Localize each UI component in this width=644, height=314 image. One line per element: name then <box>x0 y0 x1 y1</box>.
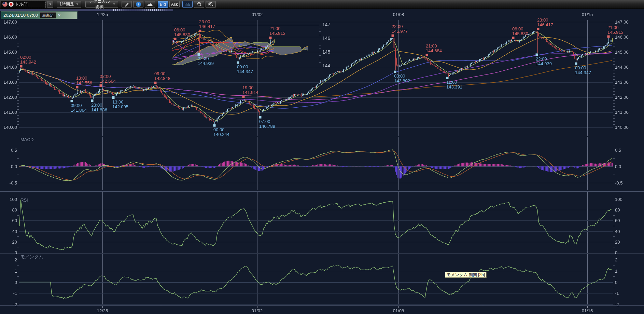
momentum-tooltip: モメンタム 期間 [25] <box>445 272 487 278</box>
us-flag-icon <box>2 2 8 7</box>
timeline-label-top: 01/08 <box>393 12 404 17</box>
chart-style-button[interactable] <box>145 1 155 8</box>
tick-chart-icon <box>184 2 191 6</box>
chart-canvas[interactable] <box>0 0 644 314</box>
toolbar: ドル/円 ▼ 1時間足 ▼ テクニカル選択 ▼ i Bid Ask <box>0 0 644 9</box>
chevron-down-icon: ▼ <box>76 3 79 6</box>
info-icon: i <box>136 2 141 7</box>
tick-chart-button[interactable] <box>182 1 193 8</box>
tab-datetime-label: 2024/01/10 07:00 <box>3 13 38 18</box>
tab-scroll-strip[interactable] <box>0 9 173 11</box>
chart-tab[interactable]: 2024/01/10 07:00 最新足 × <box>1 11 78 19</box>
zoom-out-button[interactable] <box>194 1 204 8</box>
timeline-label-top: 12/25 <box>97 12 108 17</box>
currency-pair-select[interactable]: ドル/円 <box>1 1 46 8</box>
technical-select[interactable]: テクニカル選択 ▼ <box>85 1 118 8</box>
zoom-in-icon <box>208 2 214 7</box>
scroll-ticks-icon <box>113 9 170 11</box>
area-chart-icon <box>147 2 153 6</box>
fx-chart-app: ドル/円 ▼ 1時間足 ▼ テクニカル選択 ▼ i Bid Ask <box>0 0 644 314</box>
chevron-down-icon: ▼ <box>113 3 115 6</box>
draw-tool-button[interactable] <box>122 1 132 8</box>
pair-dropdown-button[interactable]: ▼ <box>47 1 53 8</box>
currency-pair-label: ドル/円 <box>15 1 29 7</box>
zoom-in-button[interactable] <box>206 1 216 8</box>
ask-button[interactable]: Ask <box>169 1 180 8</box>
timeframe-select[interactable]: 1時間足 ▼ <box>57 1 81 8</box>
info-button[interactable]: i <box>133 1 143 8</box>
timeframe-label: 1時間足 <box>59 1 74 7</box>
bid-button[interactable]: Bid <box>158 1 168 8</box>
pencil-icon <box>124 2 129 7</box>
tab-bar: 2024/01/10 07:00 最新足 × 12/25 01/02 01/08… <box>0 9 644 19</box>
timeline-label-top: 01/15 <box>582 12 593 17</box>
chevron-down-icon: ▼ <box>49 3 52 6</box>
timeline-label-top: 01/02 <box>252 12 263 17</box>
latest-candle-button[interactable]: 最新足 <box>40 12 56 18</box>
zoom-out-icon <box>196 2 202 7</box>
tab-close-button[interactable]: × <box>58 13 61 18</box>
jp-flag-icon <box>9 2 14 7</box>
